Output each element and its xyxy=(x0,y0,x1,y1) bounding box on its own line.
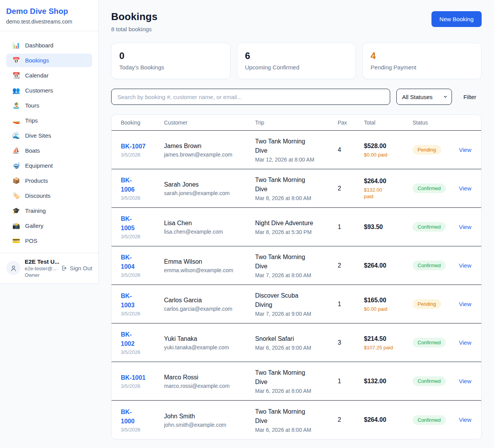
sidebar-item-trips[interactable]: 🚤 Trips xyxy=(6,114,92,127)
view-link[interactable]: View xyxy=(459,147,471,153)
booking-id-link[interactable]: BK- 1000 xyxy=(121,408,164,426)
status-badge: Pending xyxy=(413,299,441,309)
booking-id-link[interactable]: BK-1007 xyxy=(121,142,164,151)
column-header-booking: Booking xyxy=(121,120,164,126)
credit-card-icon: 💳 xyxy=(12,238,20,244)
sailboat-icon: ⛵ xyxy=(12,148,20,154)
booking-id-link[interactable]: BK- 1004 xyxy=(121,253,164,271)
app-root: Demo Dive Shop demo.test.divestreams.com… xyxy=(0,0,494,448)
trip-name: Discover Scuba Diving xyxy=(255,291,338,310)
user-name: E2E Test U... xyxy=(25,258,56,265)
trip-name: Snorkel Safari xyxy=(255,334,338,344)
user-email: e2e-tester@... xyxy=(25,266,56,271)
paid-amount: $0.00 paid xyxy=(364,152,413,158)
booking-id-link[interactable]: BK- 1005 xyxy=(121,214,164,233)
trip-date: Mar 8, 2026 at 8:00 AM xyxy=(255,195,338,201)
sidebar-item-dive-sites[interactable]: 🌊 Dive Sites xyxy=(6,129,92,142)
sidebar-item-customers[interactable]: 👥 Customers xyxy=(6,84,92,97)
view-link[interactable]: View xyxy=(459,185,471,192)
sidebar-item-discounts[interactable]: 🏷️ Discounts xyxy=(6,189,92,202)
graduation-cap-icon: 🎓 xyxy=(12,208,20,214)
view-link[interactable]: View xyxy=(459,416,471,423)
customer-name: Sarah Jones xyxy=(164,180,255,189)
status-badge: Confirmed xyxy=(413,184,446,193)
sidebar-nav: 📊 Dashboard 📅 Bookings 📆 Calendar 👥 Cust… xyxy=(0,31,98,253)
sidebar-item-products[interactable]: 📦 Products xyxy=(6,174,92,187)
trip-name: Two Tank Morning Dive xyxy=(255,253,338,271)
trip-date: Mar 6, 2026 at 8:00 AM xyxy=(255,388,338,394)
user-box: E2E Test U... e2e-tester@... Owner Sign … xyxy=(0,253,98,283)
tear-off-calendar-icon: 📆 xyxy=(12,72,20,79)
pax-count: 1 xyxy=(338,378,364,385)
booking-date: 3/5/2026 xyxy=(121,311,164,317)
booking-id-link[interactable]: BK- 1002 xyxy=(121,330,164,349)
page-subtitle: 8 total bookings xyxy=(111,26,157,32)
table-row: BK-1001 3/5/2026 Marco Rossi marco.rossi… xyxy=(112,362,481,401)
stat-card-upcoming-confirmed: 6 Upcoming Confirmed xyxy=(237,43,356,79)
trip-date: Mar 6, 2026 at 9:00 AM xyxy=(255,345,338,351)
booking-date: 3/5/2026 xyxy=(121,195,164,201)
table-row: BK- 1006 3/5/2026 Sarah Jones sarah.jone… xyxy=(112,169,481,208)
view-link[interactable]: View xyxy=(459,378,471,384)
status-badge: Confirmed xyxy=(413,415,446,425)
sidebar-item-equipment[interactable]: 🤿 Equipment xyxy=(6,159,92,172)
table-row: BK-1007 3/5/2026 James Brown james.brown… xyxy=(112,131,481,169)
sidebar-item-gallery[interactable]: 📸 Gallery xyxy=(6,219,92,232)
new-booking-button[interactable]: New Booking xyxy=(431,11,482,27)
total-amount: $264.00 xyxy=(364,177,413,185)
pax-count: 2 xyxy=(338,185,364,192)
sidebar-item-dashboard[interactable]: 📊 Dashboard xyxy=(6,39,92,52)
avatar xyxy=(6,261,20,275)
pax-count: 1 xyxy=(338,224,364,231)
stat-value: 4 xyxy=(370,51,474,61)
total-amount: $132.00 xyxy=(364,377,413,386)
sign-out-button[interactable]: Sign Out xyxy=(61,265,92,271)
sidebar-item-boats[interactable]: ⛵ Boats xyxy=(6,144,92,157)
sidebar-item-calendar[interactable]: 📆 Calendar xyxy=(6,69,92,82)
pax-count: 1 xyxy=(338,301,364,308)
booking-id-link[interactable]: BK- 1006 xyxy=(121,176,164,194)
table-body: BK-1007 3/5/2026 James Brown james.brown… xyxy=(112,131,481,439)
customer-name: Marco Rossi xyxy=(164,373,255,382)
pax-count: 4 xyxy=(338,147,364,153)
view-link[interactable]: View xyxy=(459,339,471,346)
sidebar-item-training[interactable]: 🎓 Training xyxy=(6,204,92,217)
speedboat-icon: 🚤 xyxy=(12,118,20,124)
view-link[interactable]: View xyxy=(459,301,471,307)
customer-email: lisa.chen@example.com xyxy=(164,229,255,235)
column-header-status: Status xyxy=(413,120,459,126)
stat-value: 0 xyxy=(119,51,222,61)
booking-date: 3/5/2026 xyxy=(121,427,164,433)
sidebar-item-bookings[interactable]: 📅 Bookings xyxy=(6,54,92,67)
view-link[interactable]: View xyxy=(459,262,471,269)
status-filter-select[interactable]: All Statuses xyxy=(396,89,452,105)
booking-id-link[interactable]: BK- 1003 xyxy=(121,291,164,310)
total-amount: $214.50 xyxy=(364,335,413,343)
diving-mask-icon: 🤿 xyxy=(12,163,20,169)
table-row: BK- 1003 3/5/2026 Carlos Garcia carlos.g… xyxy=(112,285,481,323)
customer-email: james.brown@example.com xyxy=(164,152,255,158)
trip-name: Night Dive Adventure xyxy=(255,219,338,228)
filter-button[interactable]: Filter xyxy=(458,91,482,103)
column-header-pax: Pax xyxy=(338,120,364,126)
sidebar-item-pos[interactable]: 💳 POS xyxy=(6,234,92,248)
column-header-customer: Customer xyxy=(164,120,255,126)
sidebar-item-tours[interactable]: 🏝️ Tours xyxy=(6,99,92,112)
sign-out-icon xyxy=(61,265,67,271)
status-badge: Confirmed xyxy=(413,376,446,386)
customer-name: Carlos Garcia xyxy=(164,296,255,305)
brand-name[interactable]: Demo Dive Shop xyxy=(6,7,92,16)
stats-row: 0 Today's Bookings 6 Upcoming Confirmed … xyxy=(111,43,482,79)
status-badge: Confirmed xyxy=(413,338,446,347)
table-header-row: Booking Customer Trip Pax Total Status xyxy=(112,115,481,131)
trip-date: Mar 7, 2026 at 8:00 AM xyxy=(255,272,338,278)
customer-email: carlos.garcia@example.com xyxy=(164,306,255,312)
pax-count: 2 xyxy=(338,262,364,269)
view-link[interactable]: View xyxy=(459,224,471,230)
package-icon: 📦 xyxy=(12,178,20,184)
status-badge: Confirmed xyxy=(413,222,446,232)
booking-id-link[interactable]: BK-1001 xyxy=(121,373,164,382)
trip-name: Two Tank Morning Dive xyxy=(255,368,338,387)
customer-email: marco.rossi@example.com xyxy=(164,383,255,389)
search-input[interactable] xyxy=(111,89,390,105)
